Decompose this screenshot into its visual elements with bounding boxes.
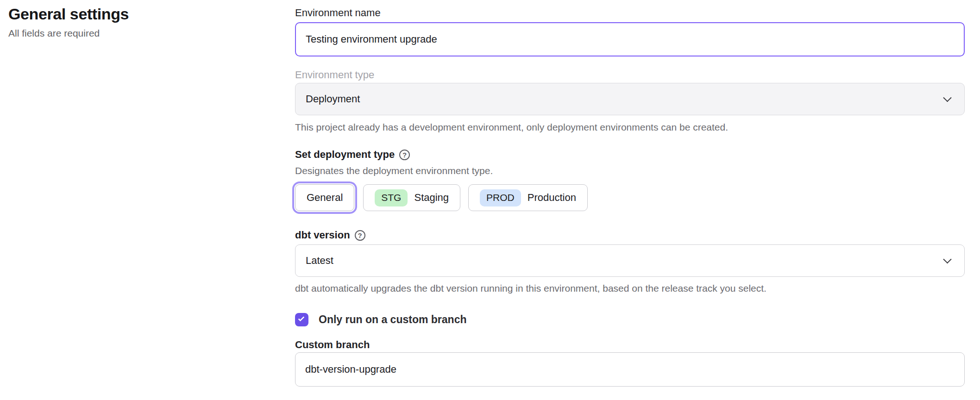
environment-settings-form: Environment name Environment type Deploy… — [295, 0, 965, 387]
deployment-type-helper: Designates the deployment environment ty… — [295, 165, 965, 177]
environment-type-label: Environment type — [295, 69, 965, 81]
dbt-version-value: Latest — [306, 255, 333, 267]
environment-type-helper: This project already has a development e… — [295, 121, 965, 133]
deployment-type-general-label: General — [307, 192, 343, 204]
dbt-version-label-row: dbt version ? — [295, 229, 965, 242]
production-badge: PROD — [480, 189, 521, 206]
custom-branch-label: Custom branch — [295, 338, 965, 351]
dbt-version-helper: dbt automatically upgrades the dbt versi… — [295, 282, 965, 294]
settings-header: General settings All fields are required — [8, 5, 268, 39]
environment-type-value: Deployment — [306, 93, 360, 105]
dbt-version-label: dbt version — [295, 229, 350, 242]
deployment-type-label-row: Set deployment type ? — [295, 148, 965, 161]
chevron-down-icon — [943, 255, 951, 263]
deployment-type-general-button[interactable]: General — [295, 184, 354, 211]
custom-branch-input[interactable] — [295, 352, 965, 387]
environment-name-input[interactable] — [295, 22, 965, 56]
help-circle-icon[interactable]: ? — [355, 230, 365, 241]
environment-type-select[interactable]: Deployment — [295, 83, 965, 115]
page-title: General settings — [8, 5, 268, 23]
help-circle-icon[interactable]: ? — [399, 150, 410, 160]
custom-branch-toggle-row: Only run on a custom branch — [295, 313, 965, 326]
deployment-type-label: Set deployment type — [295, 148, 395, 161]
page-subtitle: All fields are required — [8, 27, 268, 39]
chevron-down-icon — [943, 94, 951, 102]
staging-badge: STG — [375, 189, 408, 206]
deployment-type-production-label: Production — [528, 192, 576, 204]
custom-branch-toggle-label: Only run on a custom branch — [319, 313, 466, 326]
deployment-type-staging-label: Staging — [414, 192, 449, 204]
custom-branch-checkbox[interactable] — [295, 313, 308, 326]
checkmark-icon — [298, 315, 304, 321]
deployment-type-staging-button[interactable]: STG Staging — [363, 184, 460, 211]
deployment-type-production-button[interactable]: PROD Production — [468, 184, 588, 211]
dbt-version-select[interactable]: Latest — [295, 244, 965, 277]
deployment-type-options: General STG Staging PROD Production — [295, 184, 965, 211]
environment-name-label: Environment name — [295, 6, 965, 19]
